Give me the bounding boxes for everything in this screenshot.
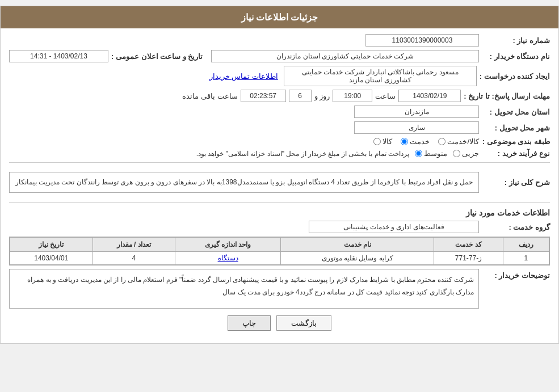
groupe-khadamat-row: گروه خدمت : فعالیت‌های اداری و خدمات پشت… (9, 221, 550, 233)
roz-value: 6 (289, 90, 312, 102)
shomare-niaz-value: 1103001390000003 (365, 34, 479, 47)
groupe-khadamat-value: فعالیت‌های اداری و خدمات پشتیبانی (309, 221, 479, 233)
cell-nam: کرایه وسایل نقلیه موتوری (281, 252, 434, 265)
noe-farayand-label: نوع فرآیند خرید : (482, 149, 550, 158)
tabaghe-row: طبقه بندی موضوعی : کالا خدمت کالا/خدمت (9, 137, 550, 146)
col-kod: کد خدمت (434, 238, 503, 252)
button-row: بازگشت چاپ (9, 315, 550, 331)
tosehat-value: شرکت کننده محترم مطابق با شرایط مدارک لا… (9, 269, 479, 309)
shahr-row: شهر محل تحویل : ساری (9, 121, 550, 134)
col-radif: ردیف (503, 238, 549, 252)
sharh-label: شرح کلی نیاز : (482, 178, 550, 187)
baghi-mande-value: 02:23:57 (241, 90, 286, 102)
tarikh-elan-label: تاریخ و ساعت اعلان عمومی : (111, 52, 203, 61)
cell-radif: 1 (503, 252, 549, 265)
sharh-row: شرح کلی نیاز : حمل و نقل افراد مرتبط با … (9, 167, 550, 197)
saat-label: ساعت (375, 92, 396, 100)
back-button[interactable]: بازگشت (276, 315, 331, 331)
process-group: جزیی متوسط پرداخت تمام یا بخشی از مبلغ خ… (196, 149, 479, 158)
noe-farayand-row: نوع فرآیند خرید : جزیی متوسط پرداخت تمام… (9, 149, 550, 158)
shahr-value: ساری (354, 121, 479, 134)
services-table-container: ردیف کد خدمت نام خدمت واحد اندازه گیری ت… (9, 237, 550, 265)
divider2 (9, 202, 550, 203)
ostan-row: استان محل تحویل : مازندران (9, 106, 550, 118)
nam-dastgah-value: شرکت خدمات حمایتی کشاورزی استان مازندران (211, 50, 479, 62)
ijad-konande-link[interactable]: اطلاعات تماس خریدار (209, 72, 278, 81)
ijad-konande-value: مسعود رحمانی باشاکلاتی انباردار شرکت خدم… (284, 66, 477, 86)
table-header-row: ردیف کد خدمت نام خدمت واحد اندازه گیری ت… (10, 238, 549, 252)
farayand-jozei-radio[interactable] (453, 150, 460, 157)
nam-dastgah-row: نام دستگاه خریدار : شرکت خدمات حمایتی کش… (9, 50, 550, 62)
nam-dastgah-label: نام دستگاه خریدار : (482, 52, 550, 61)
saat-value: 19:00 (333, 90, 372, 102)
cell-vahed[interactable]: دستگاه (175, 252, 280, 265)
tabaghe-kala-khadamat-item: کالا/خدمت (438, 137, 479, 146)
farayand-motavaset-item: متوسط (415, 149, 447, 158)
tarikh-elan-value: 1403/02/13 - 14:31 (9, 50, 108, 62)
tabaghe-kala-text: کالا (383, 137, 392, 146)
services-table: ردیف کد خدمت نام خدمت واحد اندازه گیری ت… (10, 237, 549, 265)
tosehat-row: توضیحات خریدار : شرکت کننده محترم مطابق … (9, 269, 550, 309)
tabaghe-kala-item: کالا (373, 137, 392, 146)
baghi-mande-label: ساعت باقی مانده (182, 92, 237, 100)
tabaghe-kala-radio[interactable] (373, 138, 381, 145)
content-area: شماره نیاز : 1103001390000003 نام دستگاه… (1, 28, 558, 343)
farayand-note: پرداخت تمام یا بخشی از مبلغ خریدار از مح… (196, 150, 409, 158)
col-vahed: واحد اندازه گیری (175, 238, 280, 252)
shomare-niaz-label: شماره نیاز : (482, 36, 550, 45)
tosehat-label: توضیحات خریدار : (482, 269, 550, 280)
page-container: جزئیات اطلاعات نیاز شماره نیاز : 1103001… (0, 6, 559, 344)
page-header: جزئیات اطلاعات نیاز (1, 6, 558, 28)
sharh-value: حمل و نقل افراد مرتبط با کارفرما از طریق… (9, 172, 479, 193)
shahr-label: شهر محل تحویل : (482, 124, 550, 132)
roz-label: روز و (314, 92, 330, 100)
date-value: 1403/02/19 (398, 90, 461, 102)
date-time-group: 1403/02/19 ساعت 19:00 روز و 6 02:23:57 س… (182, 90, 461, 102)
tabaghe-label: طبقه بندی موضوعی : (482, 137, 550, 146)
mohlat-row: مهلت ارسال پاسخ: تا تاریخ : 1403/02/19 س… (9, 90, 550, 102)
farayand-jozei-item: جزیی (453, 149, 479, 158)
ijad-konande-label: ایجاد کننده درخواست : (480, 72, 550, 81)
print-button[interactable]: چاپ (228, 315, 271, 331)
tabaghe-radio-group: کالا خدمت کالا/خدمت (373, 137, 479, 146)
ostan-value: مازندران (354, 106, 479, 118)
farayand-motavaset-radio[interactable] (415, 150, 422, 157)
cell-kod: ز-77-771 (434, 252, 503, 265)
col-tedad: تعداد / مقدار (93, 238, 175, 252)
page-title: جزئیات اطلاعات نیاز (241, 12, 318, 22)
tabaghe-khadamat-item: خدمت (401, 137, 430, 146)
tabaghe-khadamat-radio[interactable] (401, 138, 408, 145)
farayand-motavaset-text: متوسط (424, 149, 447, 158)
table-row: 1 ز-77-771 کرایه وسایل نقلیه موتوری دستگ… (10, 252, 549, 265)
col-tarikh: تاریخ نیاز (10, 238, 93, 252)
farayand-jozei-text: جزیی (462, 149, 479, 158)
shomare-niaz-row: شماره نیاز : 1103001390000003 (9, 34, 550, 47)
mohlat-label: مهلت ارسال پاسخ: تا تاریخ : (464, 92, 550, 100)
ijad-konande-row: ایجاد کننده درخواست : مسعود رحمانی باشاک… (9, 66, 550, 86)
tabaghe-khadamat-text: خدمت (410, 137, 430, 146)
ostan-label: استان محل تحویل : (482, 108, 550, 116)
tabaghe-kala-khadamat-text: کالا/خدمت (447, 137, 479, 146)
groupe-khadamat-label: گروه خدمت : (482, 223, 550, 231)
etta-section-title: اطلاعات خدمات مورد نیاز (9, 208, 550, 217)
divider1 (9, 162, 550, 163)
cell-tedad: 4 (93, 252, 175, 265)
cell-tarikh: 1403/04/01 (10, 252, 93, 265)
col-nam: نام خدمت (281, 238, 434, 252)
tabaghe-kala-khadamat-radio[interactable] (438, 138, 445, 145)
